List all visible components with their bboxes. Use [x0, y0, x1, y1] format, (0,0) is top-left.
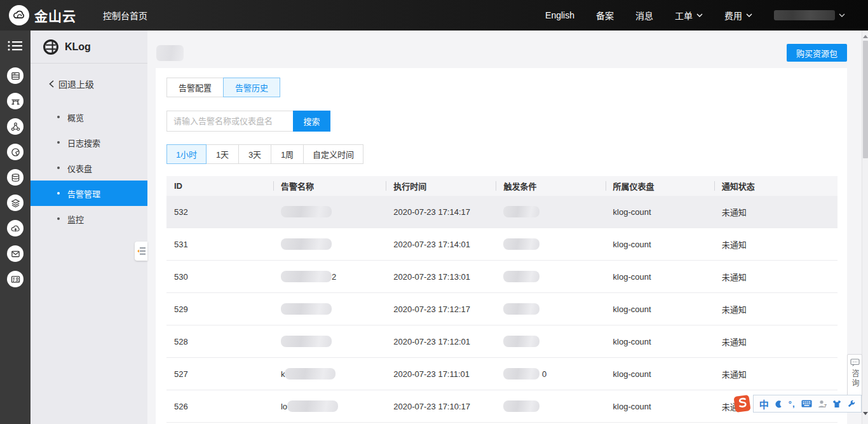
table-header: ID 告警名称 执行时间 触发条件 所属仪表盘 通知状态	[166, 176, 837, 196]
sidebar-item-monitoring[interactable]: 监控	[31, 206, 147, 231]
all-products-menu-icon[interactable]	[0, 31, 31, 61]
cell-exec-time: 2020-07-23 17:10:17	[386, 402, 496, 411]
pie-disk-icon[interactable]	[7, 144, 24, 160]
bridge-icon[interactable]	[7, 93, 24, 109]
consult-label: 咨询	[850, 369, 859, 388]
contact-card-icon[interactable]	[7, 271, 24, 287]
collapse-icon	[137, 247, 146, 256]
nav-messages[interactable]: 消息	[635, 9, 653, 22]
cell-dashboard: klog-count	[606, 337, 714, 346]
cell-trigger-condition	[496, 336, 605, 347]
back-to-parent-link[interactable]: 回退上级	[49, 78, 147, 90]
table-row[interactable]: 528 2020-07-23 17:12:01 klog-count 未通知	[166, 325, 837, 358]
cell-exec-time: 2020-07-23 17:13:01	[386, 272, 496, 282]
tab-alarm-config[interactable]: 告警配置	[166, 78, 224, 97]
cell-notify-status: 未通知	[714, 206, 837, 218]
cell-alarm-name	[273, 336, 386, 347]
sidebar-menu: 概览 日志搜索 仪表盘 告警管理 监控	[31, 104, 147, 231]
cell-dashboard: klog-count	[606, 304, 714, 314]
ime-account-icon[interactable]: 7	[818, 399, 827, 409]
cell-notify-status: 未通知	[714, 336, 837, 348]
cell-notify-status: 未通知	[714, 238, 837, 250]
server-icon[interactable]	[7, 67, 24, 84]
redacted-condition	[503, 238, 539, 250]
sidebar-item-alarm-management[interactable]: 告警管理	[31, 181, 147, 206]
product-name: KLog	[65, 41, 91, 53]
cloud-upload-icon[interactable]	[7, 220, 24, 236]
ime-settings-wrench-icon[interactable]	[847, 400, 855, 408]
ime-halfwidth-moon-icon[interactable]	[775, 400, 783, 408]
sidebar-item-overview[interactable]: 概览	[31, 104, 147, 130]
sidebar-collapse-handle[interactable]	[135, 242, 147, 261]
ime-keyboard-icon[interactable]	[801, 400, 812, 407]
consult-widget[interactable]: 咨询	[847, 354, 862, 397]
time-filter-1week[interactable]: 1周	[271, 144, 304, 164]
time-filter-1hour[interactable]: 1小时	[166, 144, 207, 164]
redacted-condition	[503, 400, 539, 412]
nav-billing[interactable]: 费用	[724, 9, 752, 22]
scrollbar-down-button[interactable]	[862, 409, 868, 418]
scrollbar-up-button[interactable]	[862, 32, 868, 41]
product-header: KLog	[31, 31, 147, 64]
ime-bar: 中 °, 7	[753, 395, 862, 413]
chevron-down-icon	[746, 13, 752, 17]
time-filter-custom[interactable]: 自定义时间	[303, 144, 363, 164]
cell-alarm-name	[273, 238, 386, 250]
cell-dashboard: klog-count	[606, 240, 714, 249]
chevron-down-icon	[839, 13, 845, 17]
cell-dashboard: klog-count	[606, 402, 714, 411]
content-card: 告警配置 告警历史 搜索 1小时 1天 3天 1周 自定义时间 ID 告警名称 …	[156, 68, 847, 424]
cell-exec-time: 2020-07-23 17:14:01	[386, 240, 496, 249]
table-row[interactable]: 527 k 2020-07-23 17:11:01 0 klog-count 未…	[166, 358, 837, 390]
sidebar-item-dashboard[interactable]: 仪表盘	[31, 155, 147, 181]
cloud-logo-icon	[9, 5, 29, 25]
buy-resource-pack-button[interactable]: 购买资源包	[787, 44, 847, 62]
table-row[interactable]: 530 2 2020-07-23 17:13:01 klog-count 未通知	[166, 261, 837, 293]
layers-icon[interactable]	[7, 195, 24, 211]
tab-alarm-history[interactable]: 告警历史	[223, 78, 280, 97]
redacted-alarm-name	[281, 238, 332, 250]
redacted-condition	[503, 303, 539, 315]
top-navbar: 金山云 控制台首页 English 备案 消息 工单 费用	[0, 0, 868, 31]
redacted-alarm-name	[287, 400, 338, 412]
redacted-alarm-name	[285, 368, 336, 380]
time-filter-1day[interactable]: 1天	[206, 144, 239, 164]
column-header-dashboard: 所属仪表盘	[606, 176, 714, 196]
table-row[interactable]: 529 2020-07-23 17:12:17 klog-count 未通知	[166, 293, 837, 325]
cell-alarm-name: 2	[273, 271, 386, 282]
search-button[interactable]: 搜索	[293, 111, 330, 132]
product-sidebar: KLog 回退上级 概览 日志搜索 仪表盘 告警管理 监控	[31, 31, 147, 424]
cell-notify-status: 未通知	[714, 271, 837, 283]
mail-icon[interactable]	[7, 245, 24, 262]
column-header-notify-status: 通知状态	[714, 176, 837, 196]
cell-trigger-condition	[496, 238, 605, 250]
alarm-history-table: ID 告警名称 执行时间 触发条件 所属仪表盘 通知状态 532 2020-07…	[166, 176, 837, 423]
redacted-alarm-name	[281, 206, 332, 217]
ime-account-badge: 7	[824, 403, 827, 409]
nav-english[interactable]: English	[545, 10, 574, 20]
brand-logo[interactable]: 金山云	[0, 5, 76, 25]
nav-tickets[interactable]: 工单	[675, 9, 703, 22]
chevron-left-icon	[49, 80, 54, 88]
cell-exec-time: 2020-07-23 17:12:17	[386, 304, 496, 314]
ime-skin-icon[interactable]	[832, 400, 841, 408]
ime-chinese-mode-icon[interactable]: 中	[759, 397, 769, 411]
database-icon[interactable]	[7, 169, 24, 186]
nav-beian[interactable]: 备案	[596, 9, 614, 22]
network-icon[interactable]	[7, 118, 24, 135]
time-filter-3days[interactable]: 3天	[238, 144, 271, 164]
console-home-link[interactable]: 控制台首页	[103, 9, 147, 22]
search-input[interactable]	[166, 111, 293, 132]
table-row[interactable]: 531 2020-07-23 17:14:01 klog-count 未通知	[166, 228, 837, 261]
ime-punctuation-icon[interactable]: °,	[789, 399, 796, 409]
page-scrollbar[interactable]	[862, 31, 868, 424]
sidebar-item-log-search[interactable]: 日志搜索	[31, 130, 147, 155]
scrollbar-thumb[interactable]	[863, 41, 868, 158]
sogou-logo-icon[interactable]	[733, 394, 752, 413]
cell-id: 531	[166, 240, 273, 249]
cell-id: 529	[166, 304, 273, 314]
account-menu[interactable]	[774, 10, 845, 20]
column-header-exec-time: 执行时间	[386, 176, 496, 196]
table-body: 532 2020-07-23 17:14:17 klog-count 未通知 5…	[166, 196, 837, 423]
table-row[interactable]: 532 2020-07-23 17:14:17 klog-count 未通知	[166, 196, 837, 228]
